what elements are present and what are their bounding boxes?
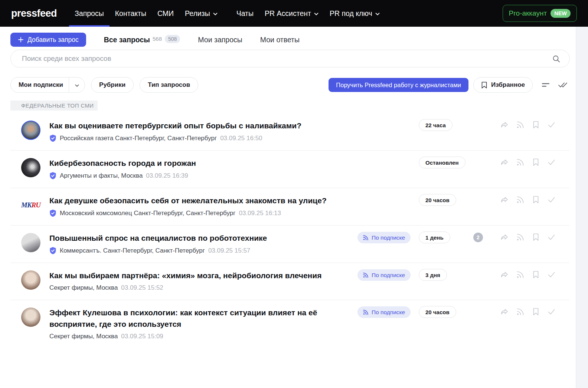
nav-item-pr-turnkey[interactable]: PR под ключ — [330, 0, 380, 27]
add-request-button[interactable]: Добавить запрос — [10, 33, 86, 47]
status-badge: 1 день — [419, 231, 450, 243]
row-actions — [500, 307, 556, 316]
tab-my-requests[interactable]: Мои запросы — [198, 35, 242, 44]
filter-request-types[interactable]: Тип запросов — [140, 77, 198, 93]
filter-rubrics[interactable]: Рубрики — [91, 77, 134, 93]
share-icon[interactable] — [500, 120, 509, 129]
filter-my-subscriptions[interactable]: Мои подписки — [10, 77, 85, 93]
main-content: Добавить запрос Все запросы 568 508 Мои … — [0, 27, 576, 388]
avatar[interactable] — [21, 270, 40, 290]
verified-shield-icon — [49, 247, 56, 254]
status-badge: Остановлен — [419, 157, 466, 168]
nav-item-contacts[interactable]: Контакты — [115, 0, 146, 27]
top-nav: pressfeed Запросы Контакты СМИ Релизы Ча… — [0, 0, 588, 27]
request-datetime: 03.09.25 15:09 — [121, 333, 163, 340]
assign-pressfeed-button[interactable]: Поручить Pressfeed работу с журналистами — [329, 78, 468, 92]
request-row: MKRU Как девушке обезопасить себя от неж… — [10, 188, 569, 225]
check-icon[interactable] — [547, 270, 556, 279]
nav-item-pr-assistant[interactable]: PR Ассистент — [265, 0, 318, 27]
subscription-badge[interactable]: По подписке — [357, 232, 411, 243]
rss-subscribe-icon[interactable] — [516, 120, 525, 129]
rss-icon — [363, 310, 368, 315]
request-title[interactable]: Повышенный спрос на специалистов по робо… — [49, 232, 330, 244]
request-tabs: Все запросы 568 508 Мои запросы Мои отве… — [104, 35, 300, 44]
status-badge: 20 часов — [419, 306, 456, 318]
request-title[interactable]: Эффект Кулешова в психологии: как контек… — [49, 307, 330, 330]
share-icon[interactable] — [500, 233, 509, 242]
list-tools — [541, 80, 568, 90]
bookmark-icon[interactable] — [531, 158, 540, 167]
requests-toolbar: Добавить запрос Все запросы 568 508 Мои … — [10, 27, 569, 47]
rss-subscribe-icon[interactable] — [516, 270, 525, 279]
check-icon[interactable] — [547, 307, 556, 316]
request-source: Аргументы и факты, Москва 03.09.25 16:39 — [49, 172, 569, 180]
check-icon[interactable] — [547, 195, 556, 204]
share-icon[interactable] — [500, 270, 509, 279]
bookmark-icon[interactable] — [531, 120, 540, 129]
row-actions — [500, 158, 556, 167]
avatar[interactable] — [21, 233, 40, 252]
mark-all-read-icon[interactable] — [558, 80, 568, 90]
request-source: Российская газета Санкт-Петербург, Санкт… — [49, 134, 569, 142]
request-datetime: 03.09.25 15:52 — [121, 284, 163, 292]
row-actions — [500, 233, 556, 242]
request-title[interactable]: Как девушке обезопасить себя от нежелате… — [49, 195, 330, 206]
plus-icon — [18, 37, 24, 43]
favorites-button[interactable]: Избранное — [473, 77, 533, 93]
chevron-down-icon — [75, 84, 79, 87]
avatar-mkru-logo[interactable]: MKRU — [21, 195, 40, 215]
rss-subscribe-icon[interactable] — [516, 307, 525, 316]
request-row: Эффект Кулешова в психологии: как контек… — [10, 300, 569, 348]
request-title[interactable]: Как вы оцениваете петербургский опыт бор… — [49, 120, 330, 131]
share-icon[interactable] — [500, 195, 509, 204]
share-icon[interactable] — [500, 307, 509, 316]
requests-list: Как вы оцениваете петербургский опыт бор… — [10, 113, 569, 348]
bookmark-icon[interactable] — [531, 307, 540, 316]
tab-count: 568 — [153, 36, 162, 42]
bookmark-icon[interactable] — [531, 195, 540, 204]
request-row: Как вы оцениваете петербургский опыт бор… — [10, 113, 569, 150]
rss-icon — [363, 235, 368, 240]
verified-shield-icon — [49, 209, 56, 217]
subscription-badge[interactable]: По подписке — [357, 269, 411, 281]
answers-count-badge: 2 — [473, 233, 483, 242]
request-row: Как мы выбираем партнёра: «химия» мозга,… — [10, 263, 569, 300]
request-source: Коммерсантъ. Санкт-Петербург, Санкт-Пете… — [49, 247, 569, 254]
rss-subscribe-icon[interactable] — [516, 233, 525, 242]
app-logo[interactable]: pressfeed — [11, 8, 57, 19]
nav-item-media[interactable]: СМИ — [157, 0, 174, 27]
request-source: Секрет фирмы, Москва 03.09.25 15:09 — [49, 333, 569, 340]
bookmark-icon[interactable] — [531, 270, 540, 279]
request-title[interactable]: Как мы выбираем партнёра: «химия» мозга,… — [49, 270, 330, 281]
request-row: Повышенный спрос на специалистов по робо… — [10, 225, 569, 263]
tab-my-answers[interactable]: Мои ответы — [260, 35, 300, 44]
nav-item-chats[interactable]: Чаты — [236, 0, 254, 27]
avatar[interactable] — [21, 158, 40, 177]
section-label: ФЕДЕРАЛЬНЫЕ ТОП СМИ — [10, 101, 98, 111]
chevron-down-icon — [375, 13, 380, 16]
check-icon[interactable] — [547, 120, 556, 129]
avatar[interactable] — [21, 308, 40, 327]
check-icon[interactable] — [547, 233, 556, 242]
tab-all-requests[interactable]: Все запросы 568 508 — [104, 35, 180, 44]
filter-row: Мои подписки Рубрики Тип запросов Поручи… — [10, 77, 569, 93]
search-icon[interactable] — [552, 55, 560, 63]
pro-account-button[interactable]: Pro-аккаунт NEW — [503, 5, 577, 22]
bookmark-icon[interactable] — [531, 233, 540, 242]
chevron-down-icon — [314, 13, 318, 16]
request-datetime: 03.09.25 16:39 — [146, 172, 188, 180]
sort-icon[interactable] — [541, 80, 550, 89]
nav-item-requests[interactable]: Запросы — [75, 0, 104, 27]
rss-subscribe-icon[interactable] — [516, 195, 525, 204]
status-badge: 22 часа — [419, 119, 453, 131]
search-input[interactable] — [10, 50, 570, 68]
subscription-badge[interactable]: По подписке — [357, 306, 411, 318]
row-actions — [500, 120, 556, 129]
share-icon[interactable] — [500, 158, 509, 167]
rss-subscribe-icon[interactable] — [516, 158, 525, 167]
nav-item-releases[interactable]: Релизы — [185, 0, 218, 27]
avatar[interactable] — [21, 121, 40, 140]
request-title[interactable]: Кибербезопасность города и горожан — [49, 157, 330, 169]
check-icon[interactable] — [547, 158, 556, 167]
request-datetime: 03.09.25 16:13 — [239, 210, 281, 217]
